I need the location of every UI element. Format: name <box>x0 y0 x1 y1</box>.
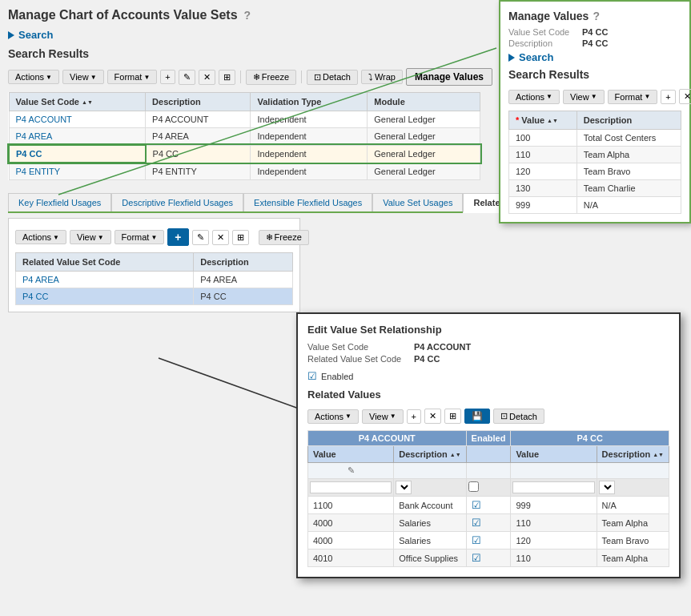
popup-search-toggle[interactable]: Search <box>508 51 681 63</box>
bottom-row-desc: P4 CC <box>194 288 293 305</box>
popup-format-btn[interactable]: Format ▼ <box>608 90 658 104</box>
rv-table-row[interactable]: 1100 Bank Account ☑ 999 N/A <box>308 497 669 514</box>
enabled-checkbox[interactable]: ☑ <box>307 370 317 382</box>
edit-popup-info: Value Set Code P4 ACCOUNT Related Value … <box>307 342 669 364</box>
format-dropdown-arrow: ▼ <box>143 74 150 81</box>
manage-values-button[interactable]: Manage Values <box>406 68 492 86</box>
popup-info: Value Set Code P4 CC Description P4 CC <box>508 27 681 48</box>
filter-p4-value[interactable] <box>310 481 392 493</box>
popup-table-row[interactable]: 130 Team Charlie <box>509 180 681 197</box>
row-module: General Ledger <box>368 145 480 163</box>
popup-toolbar: Actions ▼ View ▼ Format ▼ + ✕ ⊞ ● <box>508 86 681 107</box>
filter-p4-desc[interactable]: ▼ <box>396 481 412 494</box>
popup-row-value: 110 <box>509 147 577 163</box>
row-module: General Ledger <box>368 128 480 146</box>
bottom-row-desc: P4 AREA <box>194 272 293 288</box>
table-row[interactable]: P4 CC P4 CC Independent General Ledger <box>9 145 480 163</box>
view-dropdown-arrow: ▼ <box>90 74 97 81</box>
table-row[interactable]: P4 ENTITY P4 ENTITY Independent General … <box>9 163 480 180</box>
tab-extensible-flexfield[interactable]: Extensible Flexfield Usages <box>243 193 372 211</box>
edit-popup-title: Edit Value Set Relationship <box>307 324 669 336</box>
rv-enabled: ☑ <box>466 550 511 567</box>
tab-key-flexfield[interactable]: Key Flexfield Usages <box>8 193 111 211</box>
row-code[interactable]: P4 AREA <box>9 128 146 146</box>
col-header-desc: Description <box>146 93 251 111</box>
rv-p4-value: 1100 <box>308 497 394 514</box>
wrap-button[interactable]: ⤵ Wrap <box>361 70 403 84</box>
rv-col-value: Value <box>308 446 394 463</box>
rv-cc-value: 120 <box>511 532 597 550</box>
edit-button[interactable]: ✎ <box>179 70 195 85</box>
format-button[interactable]: Format ▼ <box>107 70 158 84</box>
row-module: General Ledger <box>368 111 480 128</box>
delete-button[interactable]: ✕ <box>199 70 215 85</box>
actions-button[interactable]: Actions ▼ <box>8 70 59 84</box>
view-button[interactable]: View ▼ <box>62 70 104 84</box>
rv-col-desc: Description ▲▼ <box>394 446 466 463</box>
popup-table-row[interactable]: 999 N/A <box>509 197 681 214</box>
bottom-row-code[interactable]: P4 AREA <box>16 272 194 288</box>
main-table: Value Set Code ▲▼ Description Validation… <box>8 92 480 180</box>
row-code[interactable]: P4 ENTITY <box>9 163 146 180</box>
freeze-button[interactable]: ❄ Freeze <box>246 70 296 85</box>
bottom-edit-button[interactable]: ✎ <box>192 230 209 245</box>
detach-button[interactable]: ⊡ Detach <box>307 70 358 85</box>
search-toggle-label: Search <box>18 29 53 41</box>
table-row[interactable]: P4 AREA P4 AREA Independent General Ledg… <box>9 128 480 146</box>
bottom-panel: Actions ▼ View ▼ Format ▼ + ✎ ✕ ⊞ ❄ Free… <box>8 218 300 312</box>
rv-table-row[interactable]: 4000 Salaries ☑ 120 Team Bravo <box>308 532 669 550</box>
bottom-delete-button[interactable]: ✕ <box>212 230 229 245</box>
filter-cc-value[interactable] <box>512 481 594 493</box>
bottom-view-button[interactable]: View ▼ <box>70 230 111 244</box>
bottom-columns-button[interactable]: ⊞ <box>232 230 249 245</box>
rv-cc-value: 110 <box>511 550 597 567</box>
popup-view-btn[interactable]: View ▼ <box>563 90 605 104</box>
rv-p4-value: 4000 <box>308 532 394 550</box>
popup-row-value: 120 <box>509 163 577 180</box>
edit-save-btn[interactable]: 💾 <box>464 409 490 424</box>
rv-cc-value: 999 <box>511 497 597 514</box>
edit-columns-btn[interactable]: ⊞ <box>444 409 461 424</box>
row-code[interactable]: P4 CC <box>9 145 146 163</box>
rv-p4-desc: Office Supplies <box>394 550 466 567</box>
rv-p4-desc: Salaries <box>394 532 466 550</box>
tab-descriptive-flexfield[interactable]: Descriptive Flexfield Usages <box>111 193 243 211</box>
rv-table-row[interactable]: 4010 Office Supplies ☑ 110 Team Alpha <box>308 550 669 567</box>
edit-add-btn[interactable]: + <box>407 409 421 424</box>
filter-enabled[interactable] <box>468 481 479 492</box>
columns-button[interactable]: ⊞ <box>219 70 235 85</box>
bottom-toolbar: Actions ▼ View ▼ Format ▼ + ✎ ✕ ⊞ ❄ Free… <box>15 225 293 249</box>
page-help-icon[interactable]: ? <box>244 9 251 22</box>
popup-row-desc: N/A <box>577 197 681 214</box>
add-button[interactable]: + <box>160 70 175 84</box>
bottom-actions-button[interactable]: Actions ▼ <box>15 230 66 244</box>
bottom-row-code[interactable]: P4 CC <box>16 288 194 305</box>
table-row[interactable]: P4 ACCOUNT P4 ACCOUNT Independent Genera… <box>9 111 480 128</box>
popup-actions-btn[interactable]: Actions ▼ <box>508 90 560 104</box>
edit-view-btn[interactable]: View ▼ <box>362 409 404 424</box>
row-code[interactable]: P4 ACCOUNT <box>9 111 146 128</box>
edit-delete-btn[interactable]: ✕ <box>424 409 441 424</box>
popup-table-row[interactable]: 110 Team Alpha <box>509 147 681 163</box>
popup-row-value: 999 <box>509 197 577 214</box>
rv-table-row[interactable]: 4000 Salaries ☑ 110 Team Alpha <box>308 514 669 532</box>
popup-table-row[interactable]: 120 Team Bravo <box>509 163 681 180</box>
popup-col-value: * Value ▲▼ <box>509 111 577 130</box>
popup-delete-btn[interactable]: ✕ <box>679 89 691 104</box>
bottom-freeze-button[interactable]: ❄ Freeze <box>259 230 309 245</box>
main-container: Manage Chart of Accounts Value Sets ? Se… <box>0 0 691 616</box>
row-module: General Ledger <box>368 163 480 180</box>
edit-detach-btn[interactable]: ⊡ Detach <box>493 409 544 424</box>
bottom-add-button[interactable]: + <box>167 228 188 246</box>
popup-add-btn[interactable]: + <box>661 90 675 104</box>
bottom-table-row[interactable]: P4 AREA P4 AREA <box>16 272 293 288</box>
popup-table-row[interactable]: 100 Total Cost Centers <box>509 130 681 147</box>
bottom-table-row[interactable]: P4 CC P4 CC <box>16 288 293 305</box>
edit-actions-btn[interactable]: Actions ▼ <box>307 409 359 424</box>
tab-value-set-usages[interactable]: Value Set Usages <box>372 193 463 211</box>
filter-cc-desc[interactable]: ▼ <box>599 481 615 494</box>
popup-help-icon[interactable]: ? <box>593 10 600 22</box>
popup-table: * Value ▲▼ Description 100 Total C <box>508 111 681 214</box>
rv-cc-desc: N/A <box>597 497 669 514</box>
bottom-format-button[interactable]: Format ▼ <box>114 230 165 244</box>
